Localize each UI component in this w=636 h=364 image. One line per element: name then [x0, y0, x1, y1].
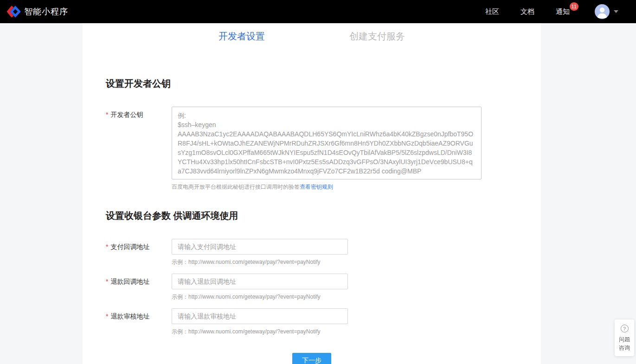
refund-callback-row: *退款回调地址 示例：http://www.nuomi.com/geteway/… — [83, 274, 541, 301]
pubkey-form: *开发者公钥 百度电商开放平台根据此秘钥进行接口调用时的验签查看密钥规则 — [83, 107, 541, 191]
required-asterisk: * — [106, 313, 108, 320]
cashier-section-title: 设置收银台参数 供调通环境使用 — [106, 210, 541, 222]
brand-logo-icon — [6, 5, 20, 19]
pay-callback-label: *支付回调地址 — [106, 239, 172, 266]
refund-audit-example: 示例：http://www.nuomi.com/geteway/pay/?eve… — [172, 328, 348, 336]
pubkey-textarea[interactable] — [172, 107, 482, 179]
refund-callback-label: *退款回调地址 — [106, 274, 172, 301]
avatar-icon — [595, 4, 610, 19]
refund-audit-label-text: 退款审核地址 — [110, 313, 149, 320]
notification-badge: 11 — [570, 2, 578, 11]
help-widget-label-line2: 咨询 — [615, 344, 634, 352]
help-consult-widget[interactable]: ? 问题 咨询 — [615, 319, 634, 357]
brand[interactable]: 智能小程序 — [6, 5, 68, 19]
nav-notifications[interactable]: 通知 11 — [556, 7, 570, 16]
refund-callback-input[interactable] — [172, 274, 348, 289]
key-rules-link[interactable]: 查看密钥规则 — [300, 184, 333, 190]
help-widget-label-line1: 问题 — [615, 335, 634, 344]
refund-callback-label-text: 退款回调地址 — [110, 278, 149, 285]
required-asterisk: * — [106, 111, 108, 118]
navbar-right: 社区 文档 通知 11 — [464, 4, 618, 19]
pay-callback-input[interactable] — [172, 239, 348, 255]
refund-audit-row: *退款审核地址 示例：http://www.nuomi.com/geteway/… — [83, 308, 541, 336]
pubkey-label: *开发者公钥 — [106, 107, 172, 191]
question-circle-icon: ? — [621, 325, 629, 332]
pubkey-section-title: 设置开发者公钥 — [106, 77, 541, 90]
pay-callback-row: *支付回调地址 示例：http://www.nuomi.com/geteway/… — [83, 239, 541, 266]
refund-audit-input[interactable] — [172, 308, 348, 324]
top-navbar: 智能小程序 社区 文档 通知 11 — [0, 0, 636, 23]
tab-create-payment-service[interactable]: 创建支付服务 — [349, 30, 405, 45]
user-menu[interactable] — [595, 4, 618, 19]
brand-name: 智能小程序 — [24, 6, 68, 17]
pubkey-helper-text: 百度电商开放平台根据此秘钥进行接口调用时的验签 — [172, 184, 300, 190]
nav-docs[interactable]: 文档 — [520, 7, 534, 16]
pubkey-label-text: 开发者公钥 — [110, 111, 143, 118]
pay-callback-example: 示例：http://www.nuomi.com/geteway/pay/?eve… — [172, 258, 348, 266]
refund-audit-label: *退款审核地址 — [106, 308, 172, 336]
pubkey-row: *开发者公钥 百度电商开放平台根据此秘钥进行接口调用时的验签查看密钥规则 — [83, 107, 541, 191]
step-tabs: 开发者设置 创建支付服务 — [83, 23, 541, 45]
chevron-down-icon — [614, 10, 618, 13]
cashier-form: *支付回调地址 示例：http://www.nuomi.com/geteway/… — [83, 239, 541, 336]
pay-callback-label-text: 支付回调地址 — [110, 243, 149, 250]
next-step-button[interactable]: 下一步 — [292, 353, 331, 364]
pubkey-helper: 百度电商开放平台根据此秘钥进行接口调用时的验签查看密钥规则 — [172, 183, 482, 191]
required-asterisk: * — [106, 278, 108, 285]
nav-notifications-label: 通知 — [556, 7, 570, 15]
main-content-card: 开发者设置 创建支付服务 设置开发者公钥 *开发者公钥 百度电商开放平台根据此秘… — [83, 23, 541, 364]
nav-community[interactable]: 社区 — [485, 7, 499, 16]
refund-callback-example: 示例：http://www.nuomi.com/geteway/pay/?eve… — [172, 293, 348, 301]
tab-developer-settings[interactable]: 开发者设置 — [218, 30, 265, 45]
required-asterisk: * — [106, 243, 108, 250]
